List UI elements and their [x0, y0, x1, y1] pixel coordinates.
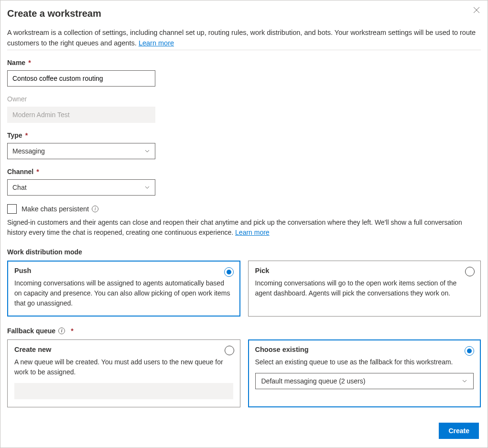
pick-title: Pick — [255, 267, 474, 274]
create-new-desc: A new queue will be created. You must ad… — [14, 357, 233, 377]
type-select[interactable]: Messaging — [7, 143, 155, 159]
choose-existing-desc: Select an existing queue to use as the f… — [255, 357, 474, 367]
intro-body: A workstream is a collection of settings… — [7, 29, 476, 47]
close-icon[interactable] — [471, 4, 482, 17]
fallback-create-card[interactable]: Create new A new queue will be created. … — [7, 339, 240, 407]
info-icon[interactable]: i — [92, 206, 98, 212]
persistent-help: Signed-in customers and their agents can… — [7, 218, 481, 238]
create-workstream-dialog: Create a workstream A workstream is a co… — [0, 0, 488, 448]
owner-input: Modern Admin Test — [7, 107, 155, 123]
push-desc: Incoming conversations will be assigned … — [14, 278, 233, 308]
required-asterisk: * — [71, 327, 73, 335]
fallback-label: Fallback queue i * — [7, 327, 481, 335]
type-label: Type* — [7, 131, 481, 139]
dialog-title: Create a workstream — [7, 8, 481, 19]
persistent-label: Make chats persistent i — [22, 205, 98, 213]
radio-pick[interactable] — [465, 267, 475, 276]
intro-learn-more-link[interactable]: Learn more — [139, 39, 174, 47]
create-new-input-disabled — [14, 383, 233, 399]
distribution-push-card[interactable]: Push Incoming conversations will be assi… — [7, 261, 240, 317]
name-label: Name* — [7, 59, 481, 66]
required-asterisk: * — [25, 131, 28, 139]
chevron-down-icon — [144, 148, 150, 154]
channel-label: Channel* — [7, 168, 481, 175]
radio-push[interactable] — [224, 267, 234, 277]
channel-select[interactable]: Chat — [7, 179, 155, 196]
pick-desc: Incoming conversations will go to the op… — [255, 278, 474, 298]
push-title: Push — [14, 267, 233, 274]
owner-label: Owner — [7, 95, 481, 103]
distribution-label: Work distribution mode — [7, 248, 481, 256]
fallback-existing-card[interactable]: Choose existing Select an existing queue… — [248, 339, 481, 407]
create-new-title: Create new — [14, 346, 233, 353]
radio-create-new[interactable] — [225, 346, 234, 355]
required-asterisk: * — [28, 59, 31, 66]
name-input[interactable] — [7, 70, 155, 87]
persistent-checkbox[interactable] — [7, 204, 17, 214]
intro-text: A workstream is a collection of settings… — [7, 28, 481, 50]
existing-queue-select[interactable]: Default messaging queue (2 users) — [255, 373, 474, 389]
create-button[interactable]: Create — [439, 423, 479, 439]
info-icon[interactable]: i — [58, 328, 65, 334]
choose-existing-title: Choose existing — [255, 346, 474, 353]
persistent-learn-more-link[interactable]: Learn more — [235, 229, 270, 236]
required-asterisk: * — [36, 168, 39, 175]
distribution-pick-card[interactable]: Pick Incoming conversations will go to t… — [248, 261, 481, 317]
chevron-down-icon — [144, 185, 150, 190]
chevron-down-icon — [462, 378, 467, 384]
radio-choose-existing[interactable] — [465, 346, 474, 356]
